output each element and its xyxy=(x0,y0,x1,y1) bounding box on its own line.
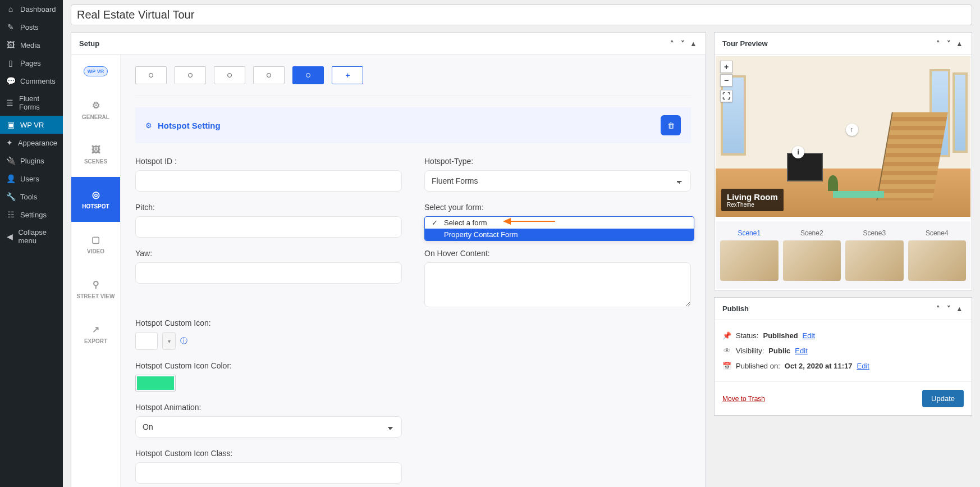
hotspot-tab-1[interactable] xyxy=(135,66,167,84)
sidebar-item-posts[interactable]: ✎Posts xyxy=(0,18,63,36)
form-option-placeholder[interactable]: ✓ Select a form xyxy=(425,217,694,229)
vt-tab-icon: ▢ xyxy=(91,234,100,245)
sidebar-item-wp-vr[interactable]: ▣WP VR xyxy=(0,116,63,134)
sidebar-item-collapse-menu[interactable]: ◀Collapse menu xyxy=(0,224,63,249)
zoom-out-button[interactable]: − xyxy=(720,74,732,87)
field-yaw: Yaw: xyxy=(135,249,402,307)
zoom-in-button[interactable]: + xyxy=(720,61,732,73)
sidebar-item-comments[interactable]: 💬Comments xyxy=(0,72,63,90)
publish-down-icon[interactable]: ˅ xyxy=(945,303,953,314)
wp-admin-sidebar: ⌂Dashboard✎Posts🖾Media▯Pages💬Comments☰Fl… xyxy=(0,0,63,487)
color-picker[interactable] xyxy=(135,375,176,392)
form-option-property-contact[interactable]: Property Contact Form xyxy=(425,229,694,240)
icon-picker-button[interactable]: ▾ xyxy=(162,332,176,350)
delete-hotspot-button[interactable]: 🗑 xyxy=(661,115,681,135)
hotspot-marker-up[interactable]: ↑ xyxy=(846,124,858,136)
preview-postbox: Tour Preview ˄ ˅ ▴ xyxy=(714,32,972,290)
vt-tab-scenes[interactable]: 🖼SCENES xyxy=(71,133,120,177)
hotspot-id-input[interactable] xyxy=(135,170,402,192)
publish-header: Publish ˄ ˅ ▴ xyxy=(715,298,972,320)
sidebar-icon: ▯ xyxy=(6,58,16,67)
sidebar-item-pages[interactable]: ▯Pages xyxy=(0,54,63,72)
select-form-dropdown[interactable]: ✓ Select a form Property Contact Form xyxy=(424,216,694,241)
hotspot-tab-4[interactable] xyxy=(253,66,285,84)
trash-icon: 🗑 xyxy=(667,121,675,130)
sidebar-icon: ⌂ xyxy=(6,4,16,13)
sidebar-label: Collapse menu xyxy=(18,228,57,245)
sidebar-label: Users xyxy=(20,175,39,183)
on-hover-label: On Hover Content: xyxy=(424,249,691,258)
move-to-trash-link[interactable]: Move to Trash xyxy=(722,395,765,403)
scene-thumb-3[interactable]: Scene3 xyxy=(845,229,904,281)
preview-collapse-icon[interactable]: ▴ xyxy=(955,38,964,49)
sidebar-icon: ✎ xyxy=(6,22,16,31)
hotspot-type-select[interactable]: Fluent Forms xyxy=(424,170,691,192)
field-icon-class: Hotspot Custom Icon Class: xyxy=(135,449,402,484)
vt-tab-hotspot[interactable]: ◎HOTSPOT xyxy=(71,177,120,222)
vt-tab-label: VIDEO xyxy=(87,248,104,254)
setup-collapse-icon[interactable]: ▴ xyxy=(689,38,698,49)
field-custom-icon: Hotspot Custom Icon: ▾ ⓘ xyxy=(135,318,402,350)
hotspot-tab-3[interactable] xyxy=(214,66,245,84)
icon-swatch[interactable] xyxy=(135,332,158,350)
preview-down-icon[interactable]: ˅ xyxy=(945,38,953,49)
sidebar-item-media[interactable]: 🖾Media xyxy=(0,36,63,54)
help-icon[interactable]: ⓘ xyxy=(180,336,187,346)
vt-tab-street-view[interactable]: ⚲STREET VIEW xyxy=(71,267,120,312)
setup-postbox: Setup ˄ ˅ ▴ WP VR xyxy=(71,32,706,487)
scene-thumb-image xyxy=(783,240,841,281)
vt-tab-label: EXPORT xyxy=(84,338,107,344)
scene-thumb-1[interactable]: Scene1 xyxy=(720,229,778,281)
sidebar-item-tools[interactable]: 🔧Tools xyxy=(0,188,63,206)
hotspot-tab-2[interactable] xyxy=(175,66,206,84)
sidebar-item-fluent-forms[interactable]: ☰Fluent Forms xyxy=(0,90,63,116)
sidebar-item-users[interactable]: 👤Users xyxy=(0,170,63,188)
sidebar-icon: ☰ xyxy=(6,98,15,107)
on-hover-textarea[interactable] xyxy=(424,262,691,307)
scene-thumb-4[interactable]: Scene4 xyxy=(908,229,967,281)
vt-tab-export[interactable]: ↗EXPORT xyxy=(71,312,120,357)
scene-thumb-2[interactable]: Scene2 xyxy=(783,229,841,281)
icon-class-label: Hotspot Custom Icon Class: xyxy=(135,449,402,458)
edit-status-link[interactable]: Edit xyxy=(803,331,815,340)
scene-thumbs: Scene1Scene2Scene3Scene4 xyxy=(716,221,970,289)
icon-class-input[interactable] xyxy=(135,462,402,484)
sidebar-label: Dashboard xyxy=(20,5,56,13)
hotspot-tab-5[interactable] xyxy=(292,66,324,84)
field-animation: Hotspot Animation: On xyxy=(135,403,402,438)
vt-tab-icon: ⚙ xyxy=(92,100,100,111)
animation-select[interactable]: On xyxy=(135,416,402,438)
status-row: 📌 Status: Published Edit xyxy=(722,328,964,343)
fullscreen-button[interactable]: ⛶ xyxy=(720,90,732,102)
sidebar-item-dashboard[interactable]: ⌂Dashboard xyxy=(0,0,63,18)
publish-up-icon[interactable]: ˄ xyxy=(934,303,942,314)
page-title-input[interactable] xyxy=(71,4,972,25)
sidebar-item-settings[interactable]: ☷Settings xyxy=(0,206,63,224)
hotspot-type-label: Hotspot-Type: xyxy=(424,157,691,166)
hotspot-tab-add[interactable]: ＋ xyxy=(332,66,363,84)
vt-tab-video[interactable]: ▢VIDEO xyxy=(71,222,120,267)
preview-up-icon[interactable]: ˄ xyxy=(934,38,942,49)
vt-tab-general[interactable]: ⚙GENERAL xyxy=(71,88,120,133)
sidebar-label: Media xyxy=(20,41,40,49)
update-button[interactable]: Update xyxy=(922,390,964,407)
sidebar-label: Appearance xyxy=(18,139,57,147)
edit-visibility-link[interactable]: Edit xyxy=(795,347,807,355)
sidebar-icon: ✦ xyxy=(6,138,13,147)
edit-date-link[interactable]: Edit xyxy=(857,362,869,370)
hotspot-form: Hotspot ID : Hotspot-Type: Fluent Forms xyxy=(135,157,691,484)
yaw-input[interactable] xyxy=(135,262,402,284)
pitch-input[interactable] xyxy=(135,216,402,238)
preview-pane[interactable]: + − ⛶ ↑ i Living Room RexTheme xyxy=(716,56,970,217)
vt-tab-icon: ↗ xyxy=(92,324,99,335)
hotspot-panel: ＋ ⚙ Hotspot Setting 🗑 xyxy=(121,55,706,487)
sidebar-item-appearance[interactable]: ✦Appearance xyxy=(0,134,63,152)
sidebar-item-plugins[interactable]: 🔌Plugins xyxy=(0,152,63,170)
vt-tab-icon: 🖼 xyxy=(91,145,100,155)
setup-down-icon[interactable]: ˅ xyxy=(679,38,687,49)
setup-up-icon[interactable]: ˄ xyxy=(668,38,676,49)
field-on-hover: On Hover Content: xyxy=(424,249,691,307)
publish-collapse-icon[interactable]: ▴ xyxy=(955,303,964,314)
published-on-row: 📅 Published on: Oct 2, 2020 at 11:17 Edi… xyxy=(722,358,964,374)
sidebar-label: Settings xyxy=(20,211,47,219)
